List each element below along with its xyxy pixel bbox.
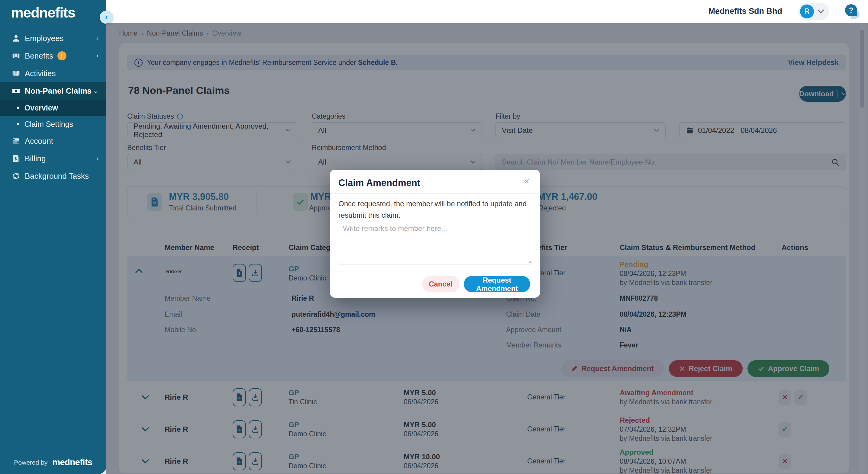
topbar-right: Mednefits Sdn Bhd R ? xyxy=(709,3,868,20)
sidebar-item-background-tasks[interactable]: Background Tasks xyxy=(0,167,106,185)
sidebar-item-claim-settings[interactable]: • Claim Settings xyxy=(0,116,106,132)
sidebar-item-account[interactable]: Account xyxy=(0,132,106,150)
svg-text:$: $ xyxy=(14,157,17,161)
claims-banknote-icon xyxy=(11,86,21,95)
mednefits-footer-logo: mednefits xyxy=(52,458,92,467)
close-icon[interactable]: × xyxy=(520,174,533,188)
sidebar-nav: Employees › Benefits ! › Activities Non-… xyxy=(0,30,106,185)
topbar-divider xyxy=(837,5,837,18)
sidebar-item-overview[interactable]: • Overview xyxy=(0,100,106,116)
sidebar-item-label: Employees xyxy=(25,34,64,43)
sidebar-item-label: Benefits xyxy=(25,51,53,61)
benefits-alert-badge: ! xyxy=(57,51,66,60)
sidebar-item-label: Claim Settings xyxy=(25,120,73,129)
sidebar-collapse-button[interactable]: ‹ xyxy=(100,10,113,24)
modal-footer: Cancel Request Amendment xyxy=(330,276,540,292)
activities-icon xyxy=(11,69,21,78)
sidebar-item-label: Background Tasks xyxy=(25,171,89,181)
powered-by-label: Powered by xyxy=(14,459,48,466)
cancel-button[interactable]: Cancel xyxy=(422,276,460,292)
account-menu-button[interactable]: R xyxy=(798,3,829,20)
chevron-right-icon: › xyxy=(96,155,98,162)
avatar: R xyxy=(800,4,814,19)
mednefits-logo: mednefits xyxy=(11,4,75,21)
remarks-textarea[interactable] xyxy=(338,220,532,265)
sidebar-item-employees[interactable]: Employees › xyxy=(0,30,106,47)
sidebar-item-label: Overview xyxy=(25,104,58,112)
sidebar: mednefits Employees › Benefits ! › Activ… xyxy=(0,0,106,474)
benefits-columns-icon xyxy=(11,51,21,60)
billing-receipt-icon: $ xyxy=(11,154,21,163)
modal-title: Claim Amendment xyxy=(338,177,420,189)
topbar: Mednefits Sdn Bhd R ? xyxy=(0,0,868,23)
help-icon: ? xyxy=(845,4,857,16)
sidebar-item-billing[interactable]: $ Billing › xyxy=(0,150,106,167)
chevron-right-icon: › xyxy=(96,52,98,60)
claim-amendment-modal: Claim Amendment × Once requested, the me… xyxy=(330,170,540,298)
app-root: Mednefits Sdn Bhd R ? mednefits Employee… xyxy=(0,0,868,474)
person-icon xyxy=(11,34,21,43)
powered-by: Powered by mednefits xyxy=(0,458,106,467)
sidebar-item-benefits[interactable]: Benefits ! › xyxy=(0,47,106,65)
sync-arrows-icon xyxy=(11,171,21,180)
company-name: Mednefits Sdn Bhd xyxy=(709,7,782,16)
help-button[interactable]: ? xyxy=(845,4,860,19)
sidebar-item-label: Billing xyxy=(25,154,45,163)
modal-divider xyxy=(330,193,540,194)
modal-body-text: Once requested, the member will be notif… xyxy=(338,198,534,221)
request-amendment-submit-button[interactable]: Request Amendment xyxy=(464,276,530,292)
chevron-right-icon: › xyxy=(96,34,98,42)
topbar-divider xyxy=(790,5,790,18)
modal-divider xyxy=(330,271,540,271)
sidebar-item-non-panel-claims[interactable]: Non-Panel Claims ⌄ xyxy=(0,82,106,100)
sidebar-item-label: Non-Panel Claims xyxy=(25,86,92,96)
account-toggles-icon xyxy=(11,136,21,145)
chevron-down-icon xyxy=(817,9,824,13)
chevron-down-icon: ⌄ xyxy=(93,87,98,95)
sidebar-item-activities[interactable]: Activities xyxy=(0,65,106,82)
sidebar-item-label: Activities xyxy=(25,69,56,78)
sidebar-item-label: Account xyxy=(25,136,53,146)
